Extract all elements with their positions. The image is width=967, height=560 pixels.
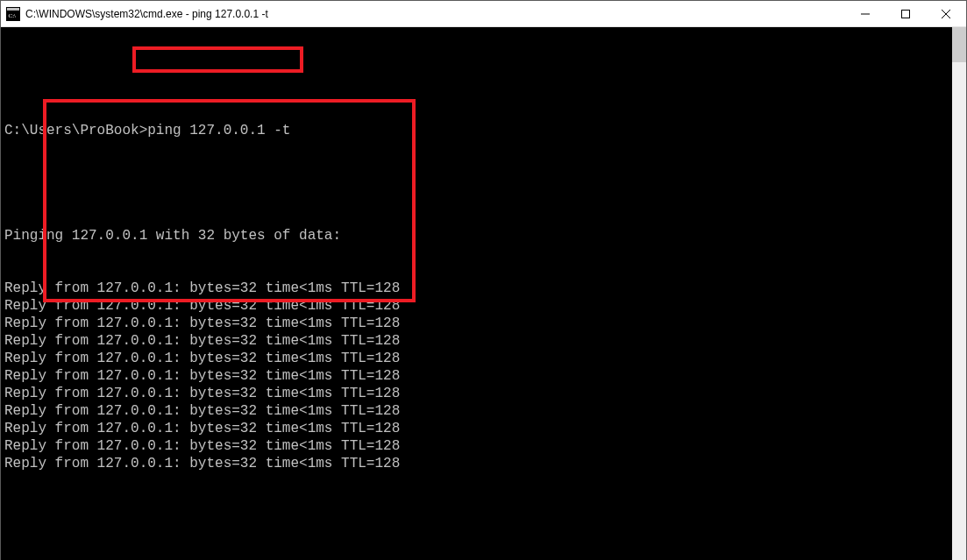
ping-reply-line: Reply from 127.0.0.1: bytes=32 time<1ms … [4,315,952,332]
titlebar-left: C:\ C:\WINDOWS\system32\cmd.exe - ping 1… [1,1,268,27]
ping-reply-line: Reply from 127.0.0.1: bytes=32 time<1ms … [4,437,952,455]
cmd-window: C:\ C:\WINDOWS\system32\cmd.exe - ping 1… [0,0,967,560]
ping-reply-line: Reply from 127.0.0.1: bytes=32 time<1ms … [4,367,952,385]
svg-rect-4 [902,10,910,18]
prompt: C:\Users\ProBook> [4,123,147,138]
maximize-button[interactable] [885,1,926,26]
titlebar[interactable]: C:\ C:\WINDOWS\system32\cmd.exe - ping 1… [1,1,966,27]
svg-text:C:\: C:\ [9,12,17,19]
ping-reply-line: Reply from 127.0.0.1: bytes=32 time<1ms … [4,385,952,402]
ping-reply-line: Reply from 127.0.0.1: bytes=32 time<1ms … [4,280,952,297]
cmd-icon: C:\ [6,7,20,21]
window-title: C:\WINDOWS\system32\cmd.exe - ping 127.0… [25,1,268,27]
ping-reply-line: Reply from 127.0.0.1: bytes=32 time<1ms … [4,455,952,472]
prompt-line: C:\Users\ProBook>ping 127.0.0.1 -t [4,122,952,139]
svg-rect-1 [7,8,19,11]
terminal-area: C:\Users\ProBook>ping 127.0.0.1 -t Pingi… [1,27,966,560]
typed-command: ping 127.0.0.1 -t [147,123,290,138]
minimize-button[interactable] [845,1,885,26]
close-button[interactable] [926,1,966,26]
terminal-output[interactable]: C:\Users\ProBook>ping 127.0.0.1 -t Pingi… [1,27,952,560]
vertical-scrollbar[interactable] [952,27,966,560]
ping-reply-line: Reply from 127.0.0.1: bytes=32 time<1ms … [4,350,952,367]
ping-reply-line: Reply from 127.0.0.1: bytes=32 time<1ms … [4,402,952,420]
ping-reply-line: Reply from 127.0.0.1: bytes=32 time<1ms … [4,297,952,315]
ping-reply-line: Reply from 127.0.0.1: bytes=32 time<1ms … [4,332,952,350]
ping-header: Pinging 127.0.0.1 with 32 bytes of data: [4,227,952,245]
window-controls [845,1,966,26]
scrollbar-thumb[interactable] [952,27,966,62]
ping-reply-line: Reply from 127.0.0.1: bytes=32 time<1ms … [4,420,952,437]
